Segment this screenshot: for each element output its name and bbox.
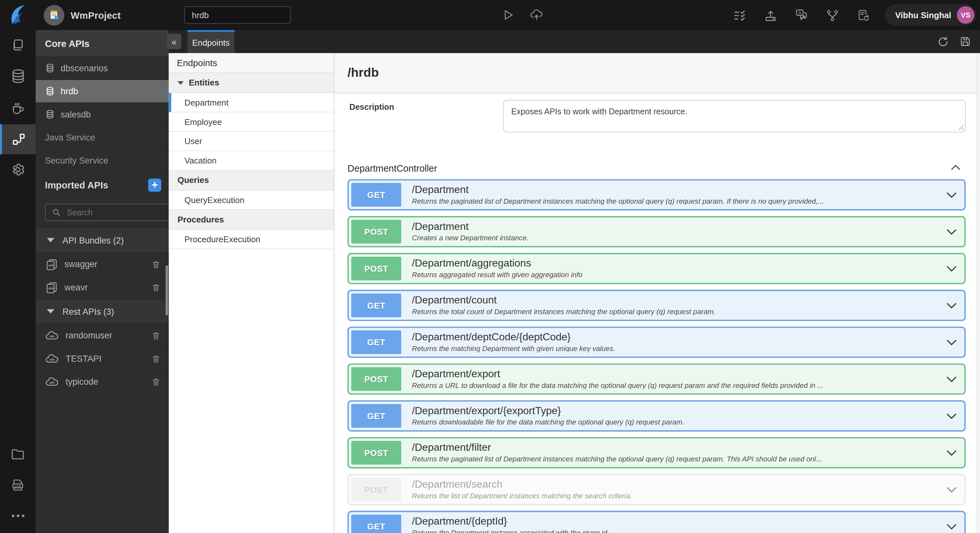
rail-files-icon[interactable] [0, 440, 36, 468]
endpoint-path: /Department/count [412, 294, 938, 306]
add-api-button[interactable]: + [148, 178, 161, 191]
endpoint-row[interactable]: POST/Department/aggregationsReturns aggr… [347, 253, 966, 284]
refresh-icon[interactable] [937, 35, 950, 48]
delete-icon[interactable] [151, 282, 161, 293]
imported-api-label: swagger [65, 259, 145, 269]
endpoint-row[interactable]: GET/Department/export/{exportType}Return… [347, 400, 966, 431]
tree-item-queryexecution[interactable]: QueryExecution [169, 190, 334, 210]
svg-text:A: A [798, 10, 802, 15]
core-api-item-java-service[interactable]: Java Service [36, 125, 169, 149]
export-icon[interactable] [764, 8, 778, 22]
chevron-down-icon[interactable] [938, 438, 964, 467]
project-chip[interactable]: WmProject [44, 4, 121, 25]
project-icon [44, 5, 65, 25]
core-api-item-label: Java Service [45, 132, 95, 143]
endpoint-row[interactable]: GET/Department/{deptId}Returns the Depar… [347, 511, 966, 533]
chevron-down-icon[interactable] [938, 512, 964, 533]
core-api-item-salesdb[interactable]: salesdb [36, 102, 169, 125]
tree-item-vacation[interactable]: Vacation [169, 151, 334, 171]
svg-text:LOG: LOG [14, 484, 21, 487]
cloud-api-icon: API [45, 376, 59, 387]
imported-api-item-swagger[interactable]: APIswagger [36, 252, 169, 275]
imported-api-label: weavr [65, 282, 145, 292]
translate-icon[interactable]: A [794, 8, 808, 22]
rail-settings-icon[interactable] [0, 155, 36, 184]
file-sync-icon[interactable] [856, 8, 870, 22]
user-name: Vibhu Singhal [895, 10, 951, 20]
group-header-api-bundles-2-[interactable]: API Bundles (2) [36, 227, 169, 252]
run-icon[interactable] [501, 8, 515, 22]
endpoint-description: Returns the list of Department instances… [412, 492, 938, 500]
tree-item-user[interactable]: User [169, 132, 334, 151]
endpoint-row[interactable]: GET/DepartmentReturns the paginated list… [347, 179, 966, 210]
imported-apis-title: Imported APIs [45, 179, 108, 190]
tree-section-label: Queries [178, 176, 209, 185]
delete-icon[interactable] [151, 376, 161, 387]
imported-api-item-weavr[interactable]: APIweavr [36, 275, 169, 298]
imported-api-item-typicode[interactable]: APItypicode [36, 370, 169, 393]
tree-item-employee[interactable]: Employee [169, 113, 334, 132]
panel-search-box[interactable] [45, 204, 185, 221]
save-icon[interactable] [959, 36, 971, 48]
endpoint-row[interactable]: GET/Department/countReturns the total co… [347, 290, 966, 321]
imported-api-item-testapi[interactable]: APITESTAPI [36, 346, 169, 370]
endpoint-row[interactable]: POST/DepartmentCreates a new Department … [347, 216, 966, 247]
tree-section-queries[interactable]: Queries [169, 170, 334, 190]
chevron-down-icon[interactable] [938, 254, 964, 283]
wavemaker-logo-icon[interactable] [0, 0, 36, 30]
core-api-item-hrdb[interactable]: hrdb [36, 79, 169, 102]
tree-item-department[interactable]: Department [169, 93, 334, 113]
endpoint-row[interactable]: POST/Department/searchReturns the list o… [347, 474, 966, 505]
imported-api-item-randomuser[interactable]: APIrandomuser [36, 324, 169, 346]
endpoint-description: Returns the paginated list of Department… [412, 455, 938, 463]
collapse-controller-icon[interactable] [950, 164, 961, 170]
rail-database-icon[interactable] [0, 62, 36, 90]
endpoint-list: GET/DepartmentReturns the paginated list… [347, 179, 966, 533]
rail-pages-icon[interactable] [0, 30, 36, 59]
tab-strip: « Endpoints [169, 30, 980, 53]
endpoint-row[interactable]: GET/Department/deptCode/{deptCode}Return… [347, 327, 966, 358]
svg-text:API: API [49, 335, 54, 338]
rail-java-icon[interactable] [0, 93, 36, 122]
cloud-api-icon: API [45, 330, 59, 341]
core-api-item-security-service[interactable]: Security Service [36, 149, 169, 171]
deploy-cloud-icon[interactable] [529, 8, 544, 22]
core-api-item-dbscenarios[interactable]: dbscenarios [36, 56, 169, 79]
endpoint-row[interactable]: POST/Department/filterReturns the pagina… [347, 437, 966, 468]
checklist-icon[interactable] [733, 8, 747, 22]
endpoint-path: /Department [412, 220, 938, 233]
git-branch-icon[interactable] [826, 8, 839, 22]
chevron-down-icon[interactable] [938, 401, 964, 430]
endpoint-description: Returns the matching Department with giv… [412, 345, 938, 352]
database-icon [45, 86, 55, 96]
tree-item-procedureexecution[interactable]: ProcedureExecution [169, 230, 334, 249]
rail-more-icon[interactable] [0, 501, 36, 530]
chevron-down-icon[interactable] [938, 217, 964, 246]
panel-search-input[interactable] [65, 207, 178, 217]
rail-apis-icon[interactable] [0, 124, 36, 154]
tree-section-procedures[interactable]: Procedures [169, 210, 334, 230]
resize-grip-icon[interactable] [958, 125, 964, 130]
tree-panel-title: Endpoints [169, 53, 334, 73]
tab-endpoints[interactable]: Endpoints [188, 30, 235, 53]
main-scrollbar[interactable] [977, 53, 980, 533]
chevron-down-icon[interactable] [938, 180, 964, 209]
delete-icon[interactable] [151, 353, 161, 364]
rail-logs-icon[interactable]: LOG [0, 471, 36, 500]
endpoint-text: /Department/deptCode/{deptCode}Returns t… [404, 328, 938, 357]
topbar-search-input[interactable] [185, 6, 291, 24]
chevron-down-icon[interactable] [938, 291, 964, 320]
chevron-down-icon[interactable] [938, 475, 964, 504]
delete-icon[interactable] [151, 259, 161, 270]
collapse-panel-button[interactable]: « [167, 34, 181, 49]
user-menu[interactable]: Vibhu Singhal VS [885, 4, 976, 25]
chevron-down-icon[interactable] [938, 365, 964, 393]
tree-section-entities[interactable]: Entities [169, 73, 334, 93]
description-textarea[interactable]: Exposes APIs to work with Department res… [503, 100, 966, 132]
method-badge: GET [351, 514, 401, 533]
panel-scrollbar[interactable] [165, 265, 168, 316]
endpoint-row[interactable]: POST/Department/exportReturns a URL to d… [347, 363, 966, 394]
group-header-rest-apis-3-[interactable]: Rest APIs (3) [36, 298, 169, 324]
delete-icon[interactable] [151, 330, 161, 341]
chevron-down-icon[interactable] [938, 328, 964, 357]
